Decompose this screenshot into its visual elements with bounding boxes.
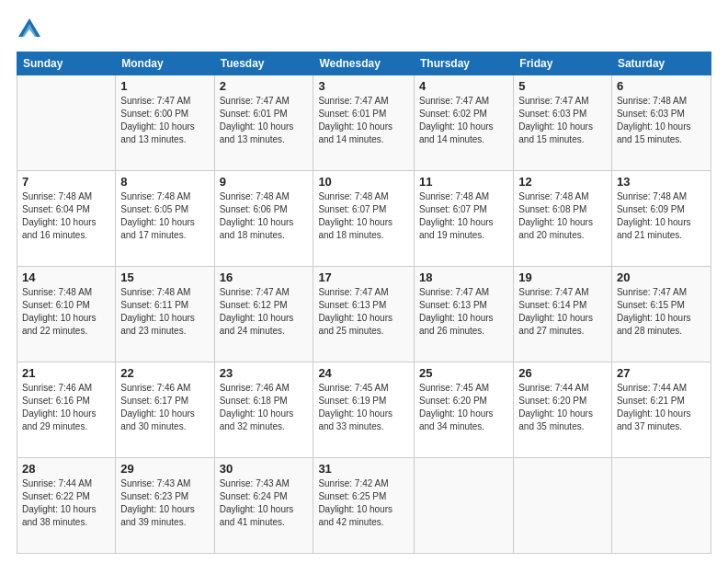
day-number: 19 — [518, 270, 607, 284]
calendar-week-3: 14Sunrise: 7:48 AM Sunset: 6:10 PM Dayli… — [17, 267, 711, 362]
calendar-cell: 13Sunrise: 7:48 AM Sunset: 6:09 PM Dayli… — [611, 171, 711, 267]
day-number: 4 — [419, 79, 508, 93]
calendar-cell: 8Sunrise: 7:48 AM Sunset: 6:05 PM Daylig… — [116, 171, 214, 267]
calendar-header-wednesday: Wednesday — [313, 52, 415, 75]
day-number: 14 — [22, 270, 110, 284]
day-number: 2 — [220, 79, 309, 93]
calendar-cell: 29Sunrise: 7:43 AM Sunset: 6:23 PM Dayli… — [116, 458, 214, 554]
day-number: 31 — [318, 462, 409, 476]
day-info: Sunrise: 7:45 AM Sunset: 6:20 PM Dayligh… — [419, 382, 508, 433]
calendar-cell: 21Sunrise: 7:46 AM Sunset: 6:16 PM Dayli… — [17, 362, 116, 458]
day-info: Sunrise: 7:48 AM Sunset: 6:03 PM Dayligh… — [617, 95, 706, 146]
day-info: Sunrise: 7:46 AM Sunset: 6:18 PM Dayligh… — [220, 382, 309, 433]
day-info: Sunrise: 7:44 AM Sunset: 6:21 PM Dayligh… — [617, 382, 706, 433]
day-info: Sunrise: 7:44 AM Sunset: 6:20 PM Dayligh… — [518, 382, 607, 433]
day-info: Sunrise: 7:47 AM Sunset: 6:15 PM Dayligh… — [617, 286, 706, 338]
calendar-cell: 18Sunrise: 7:47 AM Sunset: 6:13 PM Dayli… — [414, 267, 513, 362]
day-number: 18 — [419, 270, 508, 284]
day-number: 22 — [120, 366, 209, 380]
day-info: Sunrise: 7:47 AM Sunset: 6:13 PM Dayligh… — [318, 286, 409, 338]
day-info: Sunrise: 7:47 AM Sunset: 6:14 PM Dayligh… — [518, 286, 607, 338]
calendar-cell: 15Sunrise: 7:48 AM Sunset: 6:11 PM Dayli… — [116, 267, 214, 362]
day-number: 28 — [22, 462, 110, 476]
day-info: Sunrise: 7:45 AM Sunset: 6:19 PM Dayligh… — [318, 382, 409, 433]
calendar-cell: 24Sunrise: 7:45 AM Sunset: 6:19 PM Dayli… — [313, 362, 415, 458]
calendar-cell: 16Sunrise: 7:47 AM Sunset: 6:12 PM Dayli… — [214, 267, 313, 362]
day-number: 3 — [318, 79, 409, 93]
logo — [17, 17, 46, 42]
day-info: Sunrise: 7:43 AM Sunset: 6:23 PM Dayligh… — [120, 477, 209, 529]
calendar-header-monday: Monday — [116, 52, 214, 75]
day-info: Sunrise: 7:42 AM Sunset: 6:25 PM Dayligh… — [318, 477, 409, 529]
day-info: Sunrise: 7:48 AM Sunset: 6:07 PM Dayligh… — [318, 190, 409, 242]
day-number: 6 — [617, 79, 706, 93]
day-number: 10 — [318, 175, 409, 189]
day-info: Sunrise: 7:44 AM Sunset: 6:22 PM Dayligh… — [22, 477, 110, 529]
page: SundayMondayTuesdayWednesdayThursdayFrid… — [0, 0, 728, 563]
day-number: 16 — [220, 270, 309, 284]
day-info: Sunrise: 7:46 AM Sunset: 6:16 PM Dayligh… — [22, 382, 110, 433]
calendar-cell: 19Sunrise: 7:47 AM Sunset: 6:14 PM Dayli… — [514, 267, 612, 362]
logo-icon — [17, 17, 42, 42]
day-number: 13 — [617, 175, 706, 189]
calendar-cell: 11Sunrise: 7:48 AM Sunset: 6:07 PM Dayli… — [414, 171, 513, 267]
calendar-cell — [514, 458, 612, 554]
calendar-cell: 26Sunrise: 7:44 AM Sunset: 6:20 PM Dayli… — [514, 362, 612, 458]
day-number: 21 — [22, 366, 110, 380]
calendar-header-saturday: Saturday — [611, 52, 711, 75]
calendar-header-tuesday: Tuesday — [214, 52, 313, 75]
calendar-header-friday: Friday — [514, 52, 612, 75]
day-info: Sunrise: 7:46 AM Sunset: 6:17 PM Dayligh… — [120, 382, 209, 433]
day-number: 29 — [120, 462, 209, 476]
day-info: Sunrise: 7:43 AM Sunset: 6:24 PM Dayligh… — [220, 477, 309, 529]
day-info: Sunrise: 7:47 AM Sunset: 6:02 PM Dayligh… — [419, 95, 508, 146]
calendar-cell: 20Sunrise: 7:47 AM Sunset: 6:15 PM Dayli… — [611, 267, 711, 362]
calendar-cell: 7Sunrise: 7:48 AM Sunset: 6:04 PM Daylig… — [17, 171, 116, 267]
day-number: 20 — [617, 270, 706, 284]
day-number: 15 — [120, 270, 209, 284]
calendar-cell: 5Sunrise: 7:47 AM Sunset: 6:03 PM Daylig… — [514, 75, 612, 171]
day-info: Sunrise: 7:48 AM Sunset: 6:07 PM Dayligh… — [419, 190, 508, 242]
day-info: Sunrise: 7:48 AM Sunset: 6:06 PM Dayligh… — [220, 190, 309, 242]
calendar-cell: 12Sunrise: 7:48 AM Sunset: 6:08 PM Dayli… — [514, 171, 612, 267]
calendar-header-row: SundayMondayTuesdayWednesdayThursdayFrid… — [17, 52, 711, 75]
calendar-cell: 27Sunrise: 7:44 AM Sunset: 6:21 PM Dayli… — [611, 362, 711, 458]
calendar-cell: 31Sunrise: 7:42 AM Sunset: 6:25 PM Dayli… — [313, 458, 415, 554]
calendar-cell: 22Sunrise: 7:46 AM Sunset: 6:17 PM Dayli… — [116, 362, 214, 458]
calendar-cell: 30Sunrise: 7:43 AM Sunset: 6:24 PM Dayli… — [214, 458, 313, 554]
day-number: 30 — [220, 462, 309, 476]
day-info: Sunrise: 7:47 AM Sunset: 6:03 PM Dayligh… — [518, 95, 607, 146]
day-number: 5 — [518, 79, 607, 93]
calendar-cell: 9Sunrise: 7:48 AM Sunset: 6:06 PM Daylig… — [214, 171, 313, 267]
day-number: 8 — [120, 175, 209, 189]
day-info: Sunrise: 7:48 AM Sunset: 6:09 PM Dayligh… — [617, 190, 706, 242]
calendar-cell — [17, 75, 116, 171]
calendar-cell: 10Sunrise: 7:48 AM Sunset: 6:07 PM Dayli… — [313, 171, 415, 267]
day-info: Sunrise: 7:47 AM Sunset: 6:13 PM Dayligh… — [419, 286, 508, 338]
calendar-cell: 23Sunrise: 7:46 AM Sunset: 6:18 PM Dayli… — [214, 362, 313, 458]
day-number: 12 — [518, 175, 607, 189]
day-number: 27 — [617, 366, 706, 380]
day-info: Sunrise: 7:48 AM Sunset: 6:10 PM Dayligh… — [22, 286, 110, 338]
calendar-week-5: 28Sunrise: 7:44 AM Sunset: 6:22 PM Dayli… — [17, 458, 711, 554]
day-info: Sunrise: 7:47 AM Sunset: 6:01 PM Dayligh… — [318, 95, 409, 146]
day-number: 9 — [220, 175, 309, 189]
calendar-table: SundayMondayTuesdayWednesdayThursdayFrid… — [17, 52, 711, 554]
day-info: Sunrise: 7:48 AM Sunset: 6:05 PM Dayligh… — [120, 190, 209, 242]
calendar-cell: 6Sunrise: 7:48 AM Sunset: 6:03 PM Daylig… — [611, 75, 711, 171]
day-info: Sunrise: 7:47 AM Sunset: 6:12 PM Dayligh… — [220, 286, 309, 338]
calendar-week-1: 1Sunrise: 7:47 AM Sunset: 6:00 PM Daylig… — [17, 75, 711, 171]
day-number: 25 — [419, 366, 508, 380]
day-info: Sunrise: 7:48 AM Sunset: 6:08 PM Dayligh… — [518, 190, 607, 242]
calendar-cell: 4Sunrise: 7:47 AM Sunset: 6:02 PM Daylig… — [414, 75, 513, 171]
calendar-week-4: 21Sunrise: 7:46 AM Sunset: 6:16 PM Dayli… — [17, 362, 711, 458]
day-info: Sunrise: 7:47 AM Sunset: 6:01 PM Dayligh… — [220, 95, 309, 146]
calendar-cell: 17Sunrise: 7:47 AM Sunset: 6:13 PM Dayli… — [313, 267, 415, 362]
day-number: 11 — [419, 175, 508, 189]
day-number: 23 — [220, 366, 309, 380]
day-number: 17 — [318, 270, 409, 284]
calendar-cell: 14Sunrise: 7:48 AM Sunset: 6:10 PM Dayli… — [17, 267, 116, 362]
day-number: 26 — [518, 366, 607, 380]
calendar-cell: 1Sunrise: 7:47 AM Sunset: 6:00 PM Daylig… — [116, 75, 214, 171]
day-info: Sunrise: 7:47 AM Sunset: 6:00 PM Dayligh… — [120, 95, 209, 146]
